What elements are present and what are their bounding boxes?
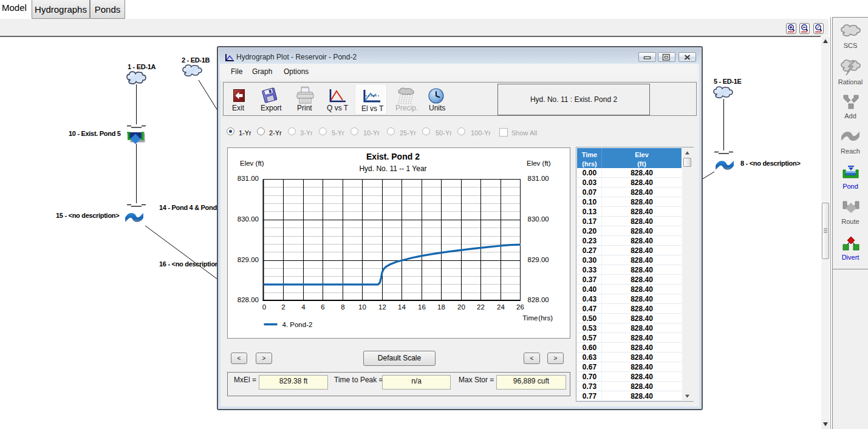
svg-text:18: 18 bbox=[437, 303, 445, 311]
svg-text:831.00: 831.00 bbox=[238, 175, 259, 182]
svg-text:2: 2 bbox=[281, 303, 285, 311]
svg-text:829.00: 829.00 bbox=[238, 256, 259, 263]
svg-text:8: 8 bbox=[341, 303, 344, 311]
svg-text:10: 10 bbox=[358, 303, 366, 311]
svg-text:830.00: 830.00 bbox=[238, 215, 259, 223]
svg-text:24: 24 bbox=[497, 303, 505, 311]
svg-text:22: 22 bbox=[477, 303, 485, 311]
svg-text:14: 14 bbox=[398, 303, 406, 311]
svg-text:16: 16 bbox=[418, 303, 426, 311]
svg-text:828.00: 828.00 bbox=[238, 296, 259, 303]
svg-text:26: 26 bbox=[516, 303, 524, 311]
svg-text:6: 6 bbox=[321, 303, 324, 311]
svg-text:Time (hrs): Time (hrs) bbox=[522, 314, 553, 322]
svg-text:830.00: 830.00 bbox=[528, 215, 549, 223]
svg-text:Hyd. No. 11 -- 1 Year: Hyd. No. 11 -- 1 Year bbox=[359, 164, 426, 173]
svg-text:829.00: 829.00 bbox=[528, 256, 549, 263]
svg-text:Elev (ft): Elev (ft) bbox=[240, 160, 264, 167]
svg-text:4: 4 bbox=[301, 303, 306, 311]
svg-text:4. Pond-2: 4. Pond-2 bbox=[282, 321, 313, 328]
svg-text:Elev (ft): Elev (ft) bbox=[527, 160, 551, 167]
svg-text:831.00: 831.00 bbox=[528, 175, 549, 182]
svg-text:20: 20 bbox=[457, 303, 465, 311]
svg-text:Exist. Pond 2: Exist. Pond 2 bbox=[366, 152, 420, 161]
svg-text:828.00: 828.00 bbox=[528, 296, 549, 303]
svg-text:0: 0 bbox=[262, 303, 266, 311]
svg-text:12: 12 bbox=[378, 303, 386, 311]
